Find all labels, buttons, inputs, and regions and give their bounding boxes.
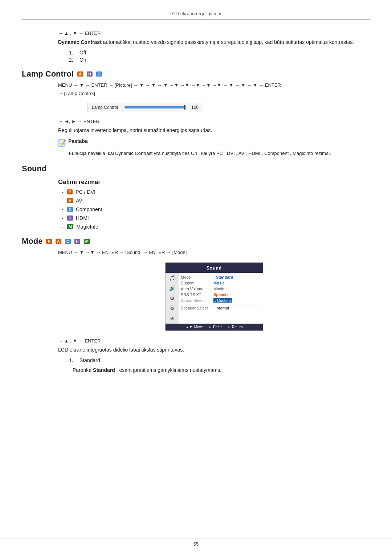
dc-item-on: 2. On <box>69 57 370 63</box>
badge-c-sound: C <box>67 207 73 212</box>
mode-label-hdmi: HDMI <box>76 215 89 221</box>
lamp-control-heading: Lamp Control A H C <box>22 69 370 79</box>
lamp-nav-2: → [Lamp Control] <box>58 91 370 96</box>
footer-return: ↩ Return <box>228 325 243 329</box>
note-text: Funkcija neveikia, kai Dynamic Contrast … <box>69 150 370 157</box>
icon-settings: ⚙ <box>168 295 176 302</box>
badge-h: H <box>87 71 93 77</box>
icon-music: 🎵 <box>168 274 176 282</box>
note-content: Pastaba <box>68 138 88 144</box>
icon-gear2: ⚙ <box>168 305 176 312</box>
mode-label-component: Component <box>76 206 102 212</box>
mode-item-standard: 1. Standard <box>69 357 370 363</box>
mode-label-av: AV <box>76 198 82 204</box>
sound-row-custom: Custom Music <box>179 280 263 286</box>
badge-p-mode: P <box>46 239 52 244</box>
bullet-dot-2: · <box>62 197 64 204</box>
slider-handle <box>184 105 185 110</box>
return-icon: ↩ <box>228 325 230 329</box>
bullet-dot-4: · <box>62 215 64 221</box>
slider-label: Lamp Control <box>92 105 121 110</box>
lamp-description: Reguliuojama inverterio lempa, norint su… <box>58 126 370 134</box>
badge-c-mode: C <box>65 239 71 244</box>
sound-row-separator <box>181 304 261 304</box>
badge-m-sound: M <box>67 224 73 229</box>
note-box: 📝 Pastaba <box>58 138 370 147</box>
lamp-nav-3: → ◄, ► → ENTER <box>58 119 370 124</box>
mode-description: LCD ekrane integruotas didelio labai tik… <box>58 346 370 354</box>
mode-hdmi: · H HDMI <box>62 215 370 221</box>
sound-row-srs: SRS TS XT Speech <box>179 292 263 297</box>
badge-h-mode: H <box>74 239 80 244</box>
mode-list: 1. Standard <box>69 357 370 363</box>
page-number: 55 <box>193 541 199 547</box>
sound-modes-list: · P PC / DVI · A AV · C Component · H HD… <box>62 189 370 230</box>
standard-description: Parenka Standard , esant įprastiems gamy… <box>73 366 370 374</box>
mode-heading: Mode P A C H M <box>22 237 370 246</box>
page-footer: 55 <box>0 538 392 547</box>
sound-row-soundselect: Sound Select : Custom <box>179 297 263 303</box>
mode-magicinfo: · M MagicInfo <box>62 223 370 230</box>
sound-menu-title: Sound <box>166 266 263 271</box>
term-dc-note: Dynamic Contrast <box>115 151 152 156</box>
dc-desc-text: automatiškai nustato vaizdo signalo pasi… <box>103 39 354 45</box>
footer-enter: ↵ Enter <box>209 325 222 329</box>
slider-value: 100 <box>188 105 199 110</box>
sound-row-speaker: Speaker Select : Internal <box>179 305 263 311</box>
dc-item-off: 1. Off <box>69 50 370 56</box>
sound-menu-body: 🎵 🔊 ⚙ ⚙ 🖥 Mode : Standard Custom <box>166 273 263 324</box>
term-standard: Standard <box>93 367 115 373</box>
page-container: LCD ekrano reguliavimas → ▲ , ▼ → ENTER … <box>0 0 392 554</box>
sound-heading: Sound <box>22 164 370 173</box>
sound-row-autovolume: Auto Volume Movie <box>179 286 263 292</box>
sound-row-mode: Mode : Standard <box>179 274 263 280</box>
note-icon: 📝 <box>58 139 66 147</box>
sound-menu-footer: ▲▼ Move ↵ Enter ↩ Return <box>166 324 263 331</box>
mode-pc-dvi: · P PC / DVI <box>62 189 370 195</box>
lamp-nav-1: MENU → ▼ → ENTER → [Picture] → ▼ → ▼ → ▼… <box>58 82 370 88</box>
mode-label-magicinfo: MagicInfo <box>76 224 98 230</box>
mode-content: MENU → ▼ →▼ → ENTER → [Sound] → ENTER → … <box>58 250 370 374</box>
dc-list: 1. Off 2. On <box>69 50 370 63</box>
note-label: Pastaba <box>68 138 88 144</box>
sound-menu-rows: Mode : Standard Custom Music Auto Volume… <box>179 273 263 324</box>
icon-display: 🖥 <box>168 315 176 322</box>
footer-move: ▲▼ Move <box>185 325 203 329</box>
badge-c: C <box>96 71 102 77</box>
dynamic-contrast-section: → ▲ , ▼ → ENTER Dynamic Contrast automat… <box>58 30 370 63</box>
icon-sound: 🔊 <box>168 284 176 292</box>
enter-icon: ↵ <box>209 325 212 329</box>
slider-track <box>124 106 185 108</box>
mode-label-pc-dvi: PC / DVI <box>75 189 95 195</box>
bullet-dot: · <box>62 189 64 195</box>
page-title: LCD ekrano reguliavimas <box>170 11 222 16</box>
badge-p-sound: P <box>67 189 73 194</box>
badge-a-sound: A <box>67 198 73 203</box>
lamp-control-slider: Lamp Control 100 <box>87 103 203 112</box>
standard-label: Standard <box>79 357 100 363</box>
sound-menu-icons: 🎵 🔊 ⚙ ⚙ 🖥 <box>166 273 179 324</box>
bullet-dot-3: · <box>62 206 64 213</box>
dynamic-contrast-description: Dynamic Contrast automatiškai nustato va… <box>58 38 370 46</box>
move-icon: ▲▼ <box>185 325 193 329</box>
mode-component: · C Component <box>62 206 370 213</box>
mode-nav: MENU → ▼ →▼ → ENTER → [Sound] → ENTER → … <box>58 250 370 255</box>
mode-nav-2: → ▲ , ▼ → ENTER <box>58 338 370 344</box>
bullet-dot-5: · <box>62 223 64 230</box>
badge-m-mode: M <box>84 239 90 244</box>
galimi-rezimai-heading: Galimi režimai <box>58 178 370 186</box>
badge-h-sound: H <box>67 216 73 221</box>
badge-a: A <box>77 71 83 77</box>
sound-content: Galimi režimai · P PC / DVI · A AV · C C… <box>58 178 370 230</box>
sound-menu-screenshot: Sound 🎵 🔊 ⚙ ⚙ 🖥 Mode : Standard <box>165 262 263 331</box>
page-header: LCD ekrano reguliavimas <box>22 11 370 20</box>
nav-instruction-1: → ▲ , ▼ → ENTER <box>58 30 370 36</box>
lamp-control-content: MENU → ▼ → ENTER → [Picture] → ▼ → ▼ → ▼… <box>58 82 370 157</box>
badge-a-mode: A <box>56 239 61 244</box>
term-dynamic-contrast: Dynamic Contrast <box>58 39 102 45</box>
mode-av: · A AV <box>62 197 370 204</box>
